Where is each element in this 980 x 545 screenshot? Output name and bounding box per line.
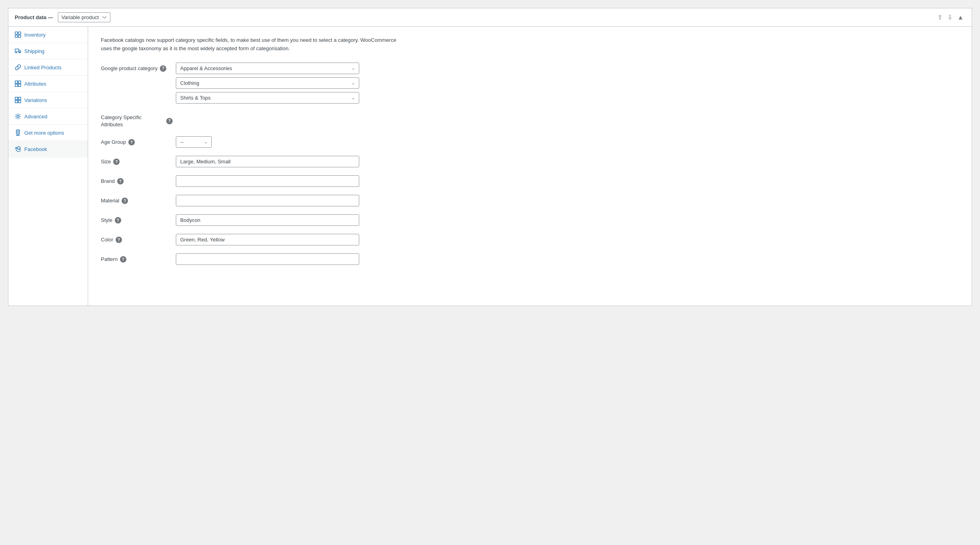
category-specific-label: Category Specific Attributes	[101, 114, 164, 128]
svg-point-14	[17, 116, 19, 118]
svg-rect-2	[15, 35, 18, 37]
size-help-icon[interactable]: ?	[113, 159, 120, 165]
plugin-icon	[15, 129, 21, 136]
color-help-icon[interactable]: ?	[116, 237, 122, 243]
color-input[interactable]	[176, 234, 359, 245]
color-label-group: Color ?	[101, 234, 173, 243]
truck-icon	[15, 48, 21, 54]
size-input[interactable]	[176, 156, 359, 167]
category-level3-wrapper: Shirts & Tops Pants Dresses ⌄	[176, 92, 359, 104]
info-text: Facebook catalogs now support category s…	[101, 36, 404, 53]
sidebar-item-variations[interactable]: Variations	[8, 92, 88, 108]
category-level3-select[interactable]: Shirts & Tops Pants Dresses	[176, 92, 359, 104]
category-level2-select[interactable]: Clothing Shoes Accessories	[176, 77, 359, 89]
pattern-label-group: Pattern ?	[101, 253, 173, 263]
size-fields	[176, 156, 359, 167]
svg-rect-8	[15, 84, 18, 86]
google-product-category-label: Google product category	[101, 65, 157, 72]
color-label: Color	[101, 236, 113, 243]
sidebar-item-attributes-label: Attributes	[24, 81, 46, 87]
main-content: Facebook catalogs now support category s…	[88, 27, 972, 306]
sidebar-item-variations-label: Variations	[24, 97, 47, 103]
svg-rect-3	[18, 35, 21, 37]
pattern-fields	[176, 253, 359, 265]
style-fields	[176, 214, 359, 226]
tag-icon	[15, 31, 21, 38]
style-row: Style ?	[101, 214, 959, 226]
category-specific-row: Category Specific Attributes ?	[101, 112, 959, 128]
pattern-row: Pattern ?	[101, 253, 959, 265]
style-input[interactable]	[176, 214, 359, 226]
link-icon	[15, 64, 21, 71]
age-group-fields: -- Adult Kids Infant Toddler Newborn ⌄	[176, 136, 359, 148]
pattern-help-icon[interactable]: ?	[120, 256, 126, 263]
category-level1-select[interactable]: Apparel & Accessories Electronics Home &…	[176, 63, 359, 74]
material-row: Material ?	[101, 195, 959, 206]
google-product-category-help-icon[interactable]: ?	[160, 65, 166, 72]
svg-rect-12	[15, 100, 18, 103]
category-level2-wrapper: Clothing Shoes Accessories ⌄	[176, 77, 359, 89]
product-data-header: Product data — Variable product ⇧ ⇩ ▲	[8, 8, 972, 27]
sidebar-item-advanced[interactable]: Advanced	[8, 108, 88, 125]
age-group-select[interactable]: -- Adult Kids Infant Toddler Newborn	[176, 136, 212, 148]
sidebar-item-inventory-label: Inventory	[24, 32, 45, 38]
style-label-group: Style ?	[101, 214, 173, 224]
grid2-icon	[15, 97, 21, 103]
age-group-row: Age Group ? -- Adult Kids Infant Toddler…	[101, 136, 959, 148]
product-type-wrapper: Variable product	[58, 12, 110, 22]
svg-rect-11	[18, 97, 21, 100]
sidebar-item-linked-products-label: Linked Products	[24, 65, 61, 71]
sidebar-item-inventory[interactable]: Inventory	[8, 27, 88, 43]
google-product-category-fields: Apparel & Accessories Electronics Home &…	[176, 63, 359, 104]
age-group-select-wrapper: -- Adult Kids Infant Toddler Newborn ⌄	[176, 136, 212, 148]
age-group-label: Age Group	[101, 139, 126, 146]
size-row: Size ?	[101, 156, 959, 167]
sidebar-item-linked-products[interactable]: Linked Products	[8, 59, 88, 76]
sidebar-item-shipping[interactable]: Shipping	[8, 43, 88, 59]
svg-rect-10	[15, 97, 18, 100]
collapse-up-button[interactable]: ⇧	[936, 14, 944, 22]
material-label: Material	[101, 197, 119, 204]
age-group-label-group: Age Group ?	[101, 136, 173, 146]
pattern-label: Pattern	[101, 256, 118, 263]
svg-rect-9	[18, 84, 21, 86]
grid-icon	[15, 80, 21, 87]
svg-rect-0	[15, 32, 18, 34]
svg-rect-15	[16, 130, 20, 134]
material-fields	[176, 195, 359, 206]
pattern-input[interactable]	[176, 253, 359, 265]
color-row: Color ?	[101, 234, 959, 245]
sidebar-item-get-more-options-label: Get more options	[24, 130, 64, 136]
size-label: Size	[101, 158, 111, 165]
brand-label: Brand	[101, 178, 115, 185]
style-help-icon[interactable]: ?	[115, 217, 121, 223]
sidebar-item-get-more-options[interactable]: Get more options	[8, 125, 88, 141]
sidebar: Inventory Shipping	[8, 27, 88, 306]
category-specific-label-group: Category Specific Attributes ?	[101, 112, 173, 128]
age-group-help-icon[interactable]: ?	[128, 139, 135, 145]
sidebar-item-advanced-label: Advanced	[24, 114, 47, 120]
svg-rect-1	[18, 32, 21, 34]
collapse-down-button[interactable]: ⇩	[946, 14, 954, 22]
brand-help-icon[interactable]: ?	[117, 178, 124, 184]
toggle-button[interactable]: ▲	[956, 14, 965, 22]
brand-label-group: Brand ?	[101, 175, 173, 185]
sidebar-item-attributes[interactable]: Attributes	[8, 76, 88, 92]
wrench-icon	[15, 146, 21, 152]
material-input[interactable]	[176, 195, 359, 206]
product-type-select[interactable]: Variable product	[58, 12, 110, 22]
svg-point-4	[16, 52, 17, 53]
product-data-title: Product data —	[15, 14, 53, 20]
svg-rect-7	[18, 81, 21, 83]
material-label-group: Material ?	[101, 195, 173, 204]
material-help-icon[interactable]: ?	[122, 198, 128, 204]
category-level1-wrapper: Apparel & Accessories Electronics Home &…	[176, 63, 359, 74]
brand-input[interactable]	[176, 175, 359, 187]
product-data-panel: Product data — Variable product ⇧ ⇩ ▲	[8, 8, 972, 306]
sidebar-item-facebook[interactable]: Facebook	[8, 141, 88, 157]
category-specific-help-icon[interactable]: ?	[166, 118, 173, 124]
gear-icon	[15, 113, 21, 120]
header-controls: ⇧ ⇩ ▲	[936, 14, 965, 22]
svg-rect-6	[15, 81, 18, 83]
svg-rect-13	[18, 100, 21, 103]
